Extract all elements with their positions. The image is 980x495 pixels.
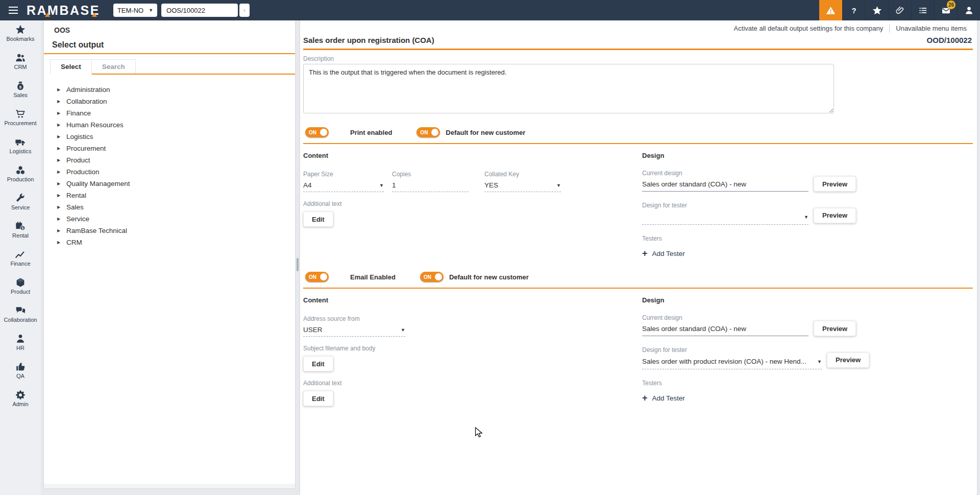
horizontal-scrollbar[interactable] <box>44 484 295 488</box>
design-for-tester-preview-button[interactable]: Preview <box>827 352 869 368</box>
warning-button[interactable] <box>819 0 842 20</box>
tab-select[interactable]: Select <box>50 59 92 75</box>
expand-arrow-icon[interactable]: ▶ <box>57 158 66 162</box>
select-output-panel: OOS Select output Select Search ▶Adminis… <box>44 20 295 488</box>
splitter-handle[interactable] <box>297 258 299 271</box>
sidebar-item-collaboration[interactable]: Collaboration <box>0 305 41 333</box>
sidebar-item-product[interactable]: Product <box>0 277 41 305</box>
expand-arrow-icon[interactable]: ▶ <box>57 87 66 92</box>
help-button[interactable]: ? <box>842 0 865 20</box>
tree-item-human-resources[interactable]: ▶Human Resources <box>57 119 295 131</box>
address-source-select[interactable]: USER ▼ <box>303 326 405 337</box>
design-for-tester-select[interactable]: Sales order with product revision (COA) … <box>642 357 822 369</box>
expand-arrow-icon[interactable]: ▶ <box>57 205 66 209</box>
copies-input[interactable]: 1 <box>392 181 469 192</box>
print-default-new-customer-toggle[interactable]: ON <box>416 127 440 137</box>
collated-key-select[interactable]: YES ▼ <box>484 181 561 192</box>
sidebar-item-service[interactable]: Service <box>0 193 41 221</box>
plus-icon: + <box>642 393 648 403</box>
plus-icon: + <box>642 249 648 258</box>
add-tester-button[interactable]: + Add Tester <box>642 249 867 258</box>
sidebar-item-bookmarks[interactable]: Bookmarks <box>0 24 41 52</box>
expand-arrow-icon[interactable]: ▶ <box>57 193 66 198</box>
print-enabled-toggle[interactable]: ON <box>305 127 329 137</box>
topbar-actions: ? <box>819 0 980 20</box>
expand-arrow-icon[interactable]: ▶ <box>57 240 66 245</box>
sidebar-item-procurement[interactable]: Procurement <box>0 108 41 136</box>
app-code-heading: OOS <box>44 20 295 34</box>
current-design-preview-button[interactable]: Preview <box>814 176 856 192</box>
sidebar-item-qa[interactable]: QA <box>0 361 41 389</box>
toggle-on-label: ON <box>309 130 316 135</box>
sidebar-item-label: Finance <box>10 261 30 267</box>
sidebar-item-rental[interactable]: $ Rental <box>0 221 41 249</box>
description-label: Description <box>303 55 973 62</box>
expand-arrow-icon[interactable]: ▶ <box>57 181 66 186</box>
messages-button[interactable]: 26 <box>934 0 957 20</box>
tree-item-logistics[interactable]: ▶Logistics <box>57 131 295 143</box>
design-for-tester-preview-button[interactable]: Preview <box>814 208 856 223</box>
expand-arrow-icon[interactable]: ▶ <box>57 217 66 221</box>
additional-text-edit-button[interactable]: Edit <box>303 391 333 406</box>
subject-filename-body-label: Subject filename and body <box>303 345 642 352</box>
output-category-tree: ▶Administration ▶Collaboration ▶Finance … <box>57 84 295 248</box>
email-enabled-toggle[interactable]: ON <box>305 272 329 282</box>
tree-item-rambase-technical[interactable]: ▶RamBase Technical <box>57 225 295 237</box>
sidebar-item-label: Procurement <box>5 120 37 126</box>
paper-size-select[interactable]: A4 ▼ <box>303 181 384 192</box>
sidebar-item-production[interactable]: Production <box>0 164 41 193</box>
print-enabled-label: Print enabled <box>350 129 392 136</box>
email-default-new-customer-toggle[interactable]: ON <box>420 272 444 282</box>
menu-list-button[interactable] <box>911 0 934 20</box>
hamburger-menu-icon[interactable] <box>0 0 27 20</box>
additional-text-edit-button[interactable]: Edit <box>303 211 333 227</box>
document-ref-input[interactable] <box>161 4 238 17</box>
expand-arrow-icon[interactable]: ▶ <box>57 123 66 127</box>
add-tester-button[interactable]: + Add Tester <box>642 393 867 403</box>
sidebar-item-label: Product <box>11 289 30 295</box>
sidebar-item-hr[interactable]: HR <box>0 333 41 361</box>
add-tester-label: Add Tester <box>652 250 685 257</box>
attachments-button[interactable] <box>888 0 911 20</box>
subject-edit-button[interactable]: Edit <box>303 356 333 371</box>
tree-item-collaboration[interactable]: ▶Collaboration <box>57 96 295 107</box>
tree-item-label: Product <box>66 156 90 164</box>
sidebar-item-crm[interactable]: CRM <box>0 52 41 80</box>
expand-arrow-icon[interactable]: ▶ <box>57 111 66 115</box>
tree-item-rental[interactable]: ▶Rental <box>57 190 295 201</box>
tree-item-procurement[interactable]: ▶Procurement <box>57 143 295 154</box>
unavailable-menu-items-link[interactable]: Unavailable menu items <box>890 25 973 32</box>
expand-arrow-icon[interactable]: ▶ <box>57 146 66 151</box>
user-button[interactable] <box>957 0 980 20</box>
sidebar-item-admin[interactable]: Admin <box>0 389 41 417</box>
description-textarea[interactable]: This is the output that is triggered whe… <box>303 64 834 113</box>
expand-arrow-icon[interactable]: ▶ <box>57 99 66 104</box>
expand-arrow-icon[interactable]: ▶ <box>57 134 66 139</box>
tree-item-finance[interactable]: ▶Finance <box>57 107 295 119</box>
tree-item-quality-management[interactable]: ▶Quality Management <box>57 178 295 190</box>
cube-icon <box>15 277 26 288</box>
history-back-button[interactable]: ‹ <box>239 4 250 17</box>
sidebar-item-finance[interactable]: Finance <box>0 249 41 277</box>
chat-bubbles-icon <box>15 305 26 316</box>
tab-search[interactable]: Search <box>92 59 136 74</box>
expand-arrow-icon[interactable]: ▶ <box>57 170 66 174</box>
tree-item-crm[interactable]: ▶CRM <box>57 237 295 248</box>
sidebar-item-sales[interactable]: $ Sales <box>0 80 41 108</box>
sidebar-item-logistics[interactable]: Logistics <box>0 136 41 164</box>
current-design-preview-button[interactable]: Preview <box>814 321 856 336</box>
tree-item-production[interactable]: ▶Production <box>57 166 295 178</box>
design-for-tester-select[interactable]: ▼ <box>642 213 808 225</box>
expand-arrow-icon[interactable]: ▶ <box>57 228 66 233</box>
activate-defaults-link[interactable]: Activate all default output settings for… <box>728 25 890 32</box>
rambase-logo: RAMBASE <box>27 3 100 18</box>
tree-item-service[interactable]: ▶Service <box>57 213 295 225</box>
tree-item-product[interactable]: ▶Product <box>57 154 295 166</box>
context-select[interactable]: TEM-NO ▼ <box>113 4 157 17</box>
current-design-value: Sales order standard (COA) - new <box>642 180 808 192</box>
favorites-button[interactable] <box>865 0 888 20</box>
tree-item-sales[interactable]: ▶Sales <box>57 201 295 213</box>
rambase-app: RAMBASE TEM-NO ▼ ‹ ? <box>0 0 980 495</box>
tree-item-administration[interactable]: ▶Administration <box>57 84 295 96</box>
current-design-field: Current design Sales order standard (COA… <box>642 314 808 336</box>
